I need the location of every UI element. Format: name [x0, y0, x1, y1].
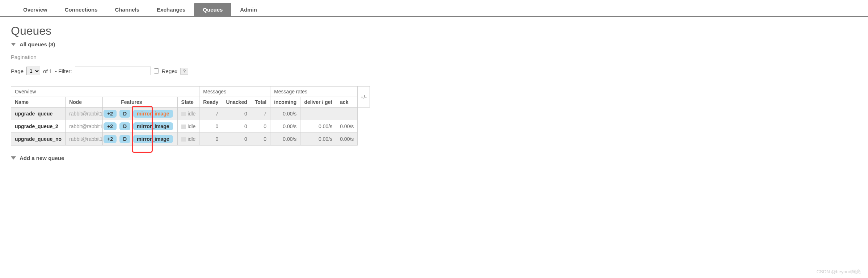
total-cell: 7: [251, 108, 270, 120]
page-title: Queues: [11, 24, 857, 38]
mirror-badge: mirror_image: [133, 122, 173, 130]
queue-name-link[interactable]: upgrade_queue: [11, 108, 66, 120]
unacked-cell: 0: [222, 120, 251, 133]
header-overview: Overview: [11, 87, 199, 97]
queue-name-link[interactable]: upgrade_queue_2: [11, 120, 66, 133]
all-queues-header[interactable]: All queues (3): [11, 41, 857, 47]
plus-badge[interactable]: +2: [104, 122, 117, 130]
mirror-badge: mirror_image: [133, 110, 173, 118]
deliver-cell: 0.00/s: [300, 133, 336, 146]
plus-badge[interactable]: +2: [104, 110, 117, 118]
tab-exchanges[interactable]: Exchanges: [148, 3, 194, 16]
state-indicator-icon: [181, 125, 186, 129]
add-queue-label: Add a new queue: [20, 155, 64, 161]
durable-badge: D: [119, 122, 130, 130]
tab-queues[interactable]: Queues: [194, 3, 231, 16]
header-messages: Messages: [199, 87, 270, 97]
deliver-cell: [300, 108, 336, 120]
queues-table: Overview Messages Message rates +/- Name…: [11, 86, 370, 146]
state-cell: idle: [177, 133, 199, 146]
header-incoming[interactable]: incoming: [270, 97, 300, 108]
tab-channels[interactable]: Channels: [106, 3, 148, 16]
nav-tabs: Overview Connections Channels Exchanges …: [0, 3, 868, 17]
ack-cell: [336, 108, 358, 120]
header-unacked[interactable]: Unacked: [222, 97, 251, 108]
ack-cell: 0.00/s: [336, 133, 358, 146]
node-cell: rabbit@rabbit1: [66, 108, 103, 120]
total-cell: 0: [251, 133, 270, 146]
add-queue-header[interactable]: Add a new queue: [11, 155, 857, 161]
tab-overview[interactable]: Overview: [14, 3, 56, 16]
header-ack[interactable]: ack: [336, 97, 358, 108]
filter-label: - Filter:: [55, 68, 72, 74]
header-total[interactable]: Total: [251, 97, 270, 108]
total-cell: 0: [251, 120, 270, 133]
incoming-cell: 0.00/s: [270, 120, 300, 133]
header-state[interactable]: State: [177, 97, 199, 108]
incoming-cell: 0.00/s: [270, 133, 300, 146]
features-cell: +2 D mirror_image: [103, 120, 177, 133]
regex-help-button[interactable]: ?: [180, 68, 188, 75]
table-row: upgrade_queuerabbit@rabbit1+2 D mirror_i…: [11, 108, 370, 120]
regex-checkbox[interactable]: [154, 68, 159, 73]
durable-badge: D: [119, 110, 130, 118]
chevron-down-icon: [11, 156, 16, 160]
unacked-cell: 0: [222, 133, 251, 146]
mirror-badge: mirror_image: [133, 135, 173, 143]
pagination-label: Pagination: [11, 54, 857, 60]
filter-input[interactable]: [75, 67, 151, 75]
header-name[interactable]: Name: [11, 97, 66, 108]
header-deliver-get[interactable]: deliver / get: [300, 97, 336, 108]
ready-cell: 7: [199, 108, 222, 120]
page-select[interactable]: 1: [26, 67, 40, 75]
header-message-rates: Message rates: [270, 87, 358, 97]
page-of: of 1: [43, 68, 52, 74]
header-features[interactable]: Features: [103, 97, 177, 108]
plus-badge[interactable]: +2: [104, 135, 117, 143]
state-cell: idle: [177, 108, 199, 120]
state-indicator-icon: [181, 112, 186, 116]
unacked-cell: 0: [222, 108, 251, 120]
features-cell: +2 D mirror_image: [103, 108, 177, 120]
ready-cell: 0: [199, 133, 222, 146]
durable-badge: D: [119, 135, 130, 143]
node-cell: rabbit@rabbit1: [66, 133, 103, 146]
table-row: upgrade_queue_2rabbit@rabbit1+2 D mirror…: [11, 120, 370, 133]
queue-name-link[interactable]: upgrade_queue_no: [11, 133, 66, 146]
state-cell: idle: [177, 120, 199, 133]
header-ready[interactable]: Ready: [199, 97, 222, 108]
tab-connections[interactable]: Connections: [56, 3, 106, 16]
columns-toggle[interactable]: +/-: [358, 87, 370, 108]
node-cell: rabbit@rabbit1: [66, 120, 103, 133]
ack-cell: 0.00/s: [336, 120, 358, 133]
filter-row: Page 1 of 1 - Filter: Regex ?: [11, 67, 857, 75]
all-queues-label: All queues (3): [20, 41, 55, 47]
features-cell: +2 D mirror_image: [103, 133, 177, 146]
incoming-cell: 0.00/s: [270, 108, 300, 120]
tab-admin[interactable]: Admin: [231, 3, 266, 16]
header-node[interactable]: Node: [66, 97, 103, 108]
ready-cell: 0: [199, 120, 222, 133]
chevron-down-icon: [11, 43, 16, 46]
deliver-cell: 0.00/s: [300, 120, 336, 133]
table-row: upgrade_queue_norabbit@rabbit1+2 D mirro…: [11, 133, 370, 146]
state-indicator-icon: [181, 137, 186, 142]
regex-label: Regex: [162, 68, 177, 74]
page-word: Page: [11, 68, 24, 74]
